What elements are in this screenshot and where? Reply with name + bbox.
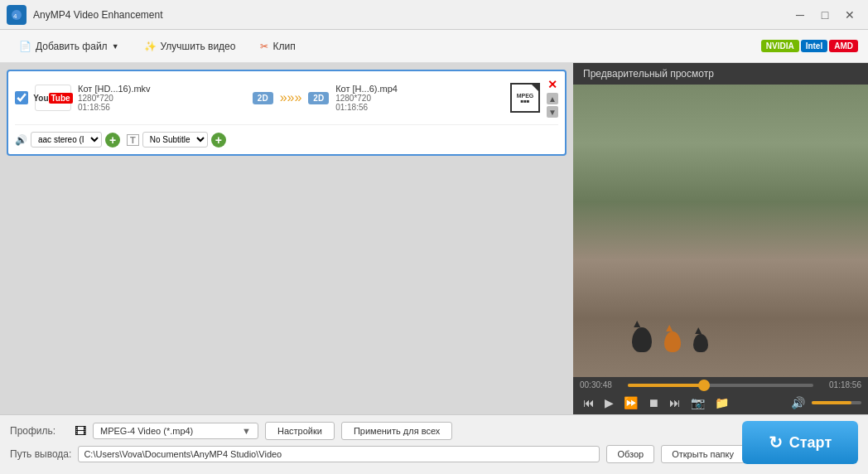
app-title: AnyMP4 Video Enhancement	[33, 9, 788, 21]
yt-you: You	[33, 94, 48, 103]
output-row: Путь вывода: C:\Users\Vova\Documents\Any…	[10, 445, 858, 463]
add-file-button[interactable]: 📄 Добавить файл ▼	[10, 36, 128, 56]
svg-text:4: 4	[13, 12, 17, 20]
start-label: Старт	[789, 434, 832, 452]
audio-section: 🔊 aac stereo (I +	[15, 132, 120, 148]
enhance-button[interactable]: ✨ Улучшить видео	[135, 36, 245, 56]
bottom-bar: Профиль: 🎞 MPEG-4 Video (*.mp4) ▼ Настро…	[0, 414, 868, 474]
preview-header: Предварительный просмотр	[573, 63, 868, 85]
left-panel: YouTube Кот [HD...16).mkv 1280*720 01:18…	[0, 63, 573, 414]
minimize-button[interactable]: ─	[788, 3, 812, 27]
subtitle-section: T No Subtitle +	[127, 132, 226, 148]
convert-arrow: »»»	[280, 90, 302, 105]
profile-icon: 🎞	[75, 424, 86, 438]
output-label: Путь вывода:	[10, 448, 71, 460]
volume-section: 🔊	[788, 394, 861, 411]
bottom-wrapper: Профиль: 🎞 MPEG-4 Video (*.mp4) ▼ Настро…	[0, 414, 868, 474]
volume-button[interactable]: 🔊	[788, 394, 808, 411]
open-folder-preview-button[interactable]: 📁	[711, 394, 732, 411]
audio-icon: 🔊	[15, 134, 27, 146]
profile-value: MPEG-4 Video (*.mp4)	[100, 426, 193, 436]
cat-2	[664, 331, 681, 352]
enhance-icon: ✨	[144, 41, 157, 52]
apply-all-button[interactable]: Применить для всех	[341, 422, 452, 440]
output-file-info: Кот [H...6).mp4 1280*720 01:18:56	[335, 84, 504, 112]
play-button[interactable]: ▶	[601, 394, 617, 411]
add-audio-button[interactable]: +	[105, 133, 120, 148]
last-frame-button[interactable]: ⏭	[666, 394, 684, 411]
timeline: 00:30:48 01:18:56	[580, 380, 861, 389]
video-item-bottom: 🔊 aac stereo (I + T No Subtitle +	[15, 124, 558, 148]
settings-button[interactable]: Настройки	[265, 422, 335, 440]
cat-3	[693, 334, 708, 352]
window-controls: ─ □ ✕	[788, 3, 861, 27]
title-bar: 4 AnyMP4 Video Enhancement ─ □ ✕	[0, 0, 868, 30]
output-file-duration: 01:18:56	[335, 103, 504, 112]
youtube-icon: YouTube	[35, 85, 71, 111]
clip-icon: ✂	[260, 41, 268, 52]
item-down-button[interactable]: ▼	[547, 106, 558, 118]
yt-tube: Tube	[49, 93, 73, 104]
enhance-label: Улучшить видео	[161, 41, 236, 52]
source-file-resolution: 1280*720	[78, 94, 246, 103]
item-checkbox[interactable]	[15, 91, 28, 104]
source-2d-badge: 2D	[253, 92, 273, 104]
close-button[interactable]: ✕	[838, 3, 861, 27]
open-folder-button[interactable]: Открыть папку	[661, 445, 745, 463]
stop-button[interactable]: ⏹	[644, 394, 663, 411]
add-file-icon: 📄	[19, 41, 31, 52]
first-frame-button[interactable]: ⏮	[580, 394, 598, 411]
browse-button[interactable]: Обзор	[606, 445, 654, 463]
add-subtitle-button[interactable]: +	[211, 133, 226, 148]
profile-label: Профиль:	[10, 425, 68, 437]
time-total: 01:18:56	[820, 380, 861, 389]
fast-forward-button[interactable]: ⏩	[620, 394, 641, 411]
nvidia-badge: NVIDIA	[761, 40, 799, 52]
audio-dropdown[interactable]: aac stereo (I	[31, 132, 102, 148]
source-file-name: Кот [HD...16).mkv	[78, 84, 246, 94]
item-up-button[interactable]: ▲	[547, 93, 558, 104]
cat-1	[632, 327, 652, 352]
start-button[interactable]: ↻ Старт	[742, 421, 858, 464]
playback-controls: ⏮ ▶ ⏩ ⏹ ⏭ 📷 📁 🔊	[580, 394, 861, 411]
progress-bar[interactable]	[628, 384, 813, 387]
progress-thumb	[698, 380, 710, 391]
time-current: 00:30:48	[580, 380, 621, 389]
preview-title: Предварительный просмотр	[583, 68, 714, 80]
amd-badge: AMD	[829, 40, 858, 52]
profile-row: Профиль: 🎞 MPEG-4 Video (*.mp4) ▼ Настро…	[10, 422, 858, 440]
progress-fill	[628, 384, 704, 387]
mpeg-icon: MPEG ■■■	[510, 83, 540, 113]
intel-badge: Intel	[801, 40, 828, 52]
preview-scene	[573, 85, 868, 377]
volume-bar[interactable]	[812, 401, 861, 404]
clip-button[interactable]: ✂ Клип	[251, 36, 304, 56]
profile-select[interactable]: MPEG-4 Video (*.mp4) ▼	[93, 423, 258, 439]
toolbar: 📄 Добавить файл ▼ ✨ Улучшить видео ✂ Кли…	[0, 30, 868, 63]
remove-item-button[interactable]: ✕	[547, 78, 557, 91]
app-logo: 4	[7, 5, 27, 25]
output-path-input[interactable]: C:\Users\Vova\Documents\AnyMP4 Studio\Vi…	[78, 446, 600, 462]
start-icon: ↻	[769, 433, 783, 452]
screenshot-button[interactable]: 📷	[687, 394, 708, 411]
add-file-arrow: ▼	[112, 42, 119, 51]
restore-button[interactable]: □	[813, 3, 837, 27]
output-file-name: Кот [H...6).mp4	[335, 84, 504, 94]
output-2d-badge: 2D	[308, 92, 329, 104]
source-file-duration: 01:18:56	[78, 103, 246, 112]
clip-label: Клип	[272, 41, 295, 52]
main-layout: YouTube Кот [HD...16).mkv 1280*720 01:18…	[0, 63, 868, 414]
subtitle-dropdown[interactable]: No Subtitle	[142, 132, 208, 148]
source-file-info: Кот [HD...16).mkv 1280*720 01:18:56	[78, 84, 246, 112]
volume-fill	[812, 401, 851, 404]
add-file-label: Добавить файл	[36, 41, 108, 52]
right-panel: Предварительный просмотр 00:30:48	[573, 63, 868, 414]
gpu-badges: NVIDIA Intel AMD	[761, 40, 858, 52]
output-file-resolution: 1280*720	[335, 94, 504, 103]
video-item: YouTube Кот [HD...16).mkv 1280*720 01:18…	[7, 70, 567, 156]
preview-video	[573, 85, 868, 377]
preview-controls: 00:30:48 01:18:56 ⏮ ▶ ⏩ ⏹ ⏭ 📷 📁 🔊	[573, 377, 868, 414]
profile-select-arrow: ▼	[242, 426, 251, 436]
video-item-top: YouTube Кот [HD...16).mkv 1280*720 01:18…	[15, 78, 558, 118]
subtitle-icon: T	[127, 134, 139, 146]
